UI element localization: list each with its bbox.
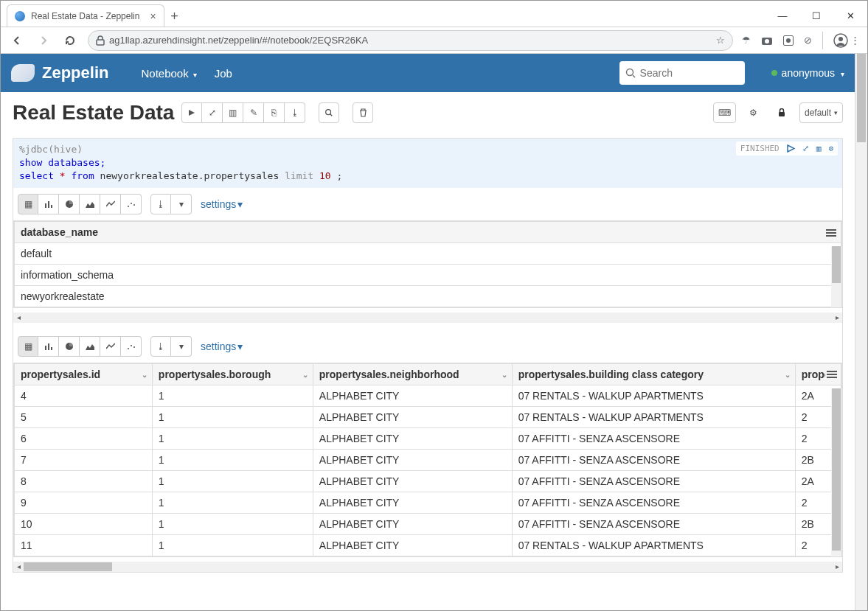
viz-bar-button[interactable] <box>38 336 59 357</box>
result-settings-link[interactable]: settings ▾ <box>201 198 243 210</box>
viz-pie-button[interactable] <box>59 194 80 214</box>
profile-icon[interactable] <box>833 33 848 48</box>
sort-icon[interactable]: ⌄ <box>142 370 147 378</box>
column-menu-button[interactable] <box>824 226 838 240</box>
column-header[interactable]: propertysales.borough⌄ <box>152 363 313 385</box>
svg-rect-11 <box>48 201 49 208</box>
table-horizontal-scrollbar[interactable]: ◂▸ <box>13 313 842 323</box>
svg-rect-9 <box>779 112 785 116</box>
sort-icon[interactable]: ⌄ <box>302 370 308 378</box>
search-box[interactable] <box>619 61 745 85</box>
run-paragraph-button[interactable] <box>787 144 795 153</box>
table-row[interactable]: 61ALPHABET CITY07 AFFITTI - SENZA ASCENS… <box>15 427 841 449</box>
download-button[interactable]: ⭳ <box>150 194 171 214</box>
app-header: Zeppelin Notebook Job <box>1 54 855 92</box>
star-icon[interactable]: ☆ <box>716 35 725 46</box>
show-hide-output-button[interactable]: ▥ <box>223 102 243 123</box>
app-logo[interactable]: Zeppelin <box>11 63 108 83</box>
export-button[interactable]: ⭳ <box>285 102 305 123</box>
column-header[interactable]: database_name ⌄ <box>15 221 841 242</box>
viz-line-button[interactable] <box>100 194 121 214</box>
table-row[interactable]: 81ALPHABET CITY07 AFFITTI - SENZA ASCENS… <box>15 470 841 492</box>
table-row[interactable]: 51ALPHABET CITY07 RENTALS - WALKUP APART… <box>15 406 841 427</box>
camera-icon[interactable] <box>761 35 773 46</box>
svg-point-7 <box>326 110 331 115</box>
clone-button[interactable]: ⎘ <box>264 102 285 123</box>
menu-icon[interactable]: ⋮ <box>850 35 860 46</box>
table-vertical-scrollbar[interactable] <box>831 388 841 556</box>
paragraph: FINISHED ⤢ ▥ ⚙ %jdbc(hive) show database… <box>13 138 843 573</box>
hide-editor-button[interactable]: ⤢ <box>802 143 809 154</box>
search-input[interactable] <box>640 67 739 79</box>
window-minimize-button[interactable]: — <box>765 4 799 27</box>
show-hide-code-button[interactable]: ⤢ <box>202 102 223 123</box>
svg-rect-19 <box>51 347 52 350</box>
viz-area-button[interactable] <box>80 336 100 357</box>
viz-line-button[interactable] <box>100 336 121 357</box>
viz-area-button[interactable] <box>80 194 100 214</box>
browser-tab[interactable]: Real Estate Data - Zeppelin × <box>7 4 164 27</box>
nav-notebook[interactable]: Notebook <box>141 67 196 80</box>
interpreter-binding-button[interactable]: ⚙ <box>743 102 764 123</box>
viz-pie-button[interactable] <box>59 336 80 357</box>
delete-notebook-button[interactable] <box>353 102 373 123</box>
table-row[interactable]: 111ALPHABET CITY07 RENTALS - WALKUP APAR… <box>15 534 841 556</box>
chevron-down-icon <box>839 67 844 79</box>
sort-icon[interactable]: ⌄ <box>785 370 791 378</box>
viz-table-button[interactable]: ▦ <box>18 336 38 357</box>
blocked-icon[interactable]: ⊘ <box>804 35 812 46</box>
window-close-button[interactable]: ✕ <box>833 4 867 27</box>
browser-titlebar: Real Estate Data - Zeppelin × + — ☐ ✕ <box>1 1 867 27</box>
reload-button[interactable] <box>61 32 79 49</box>
run-all-button[interactable] <box>181 102 202 123</box>
clear-output-button[interactable]: ✎ <box>243 102 264 123</box>
back-button[interactable] <box>8 32 26 49</box>
notebook-title[interactable]: Real Estate Data <box>13 101 174 125</box>
column-header[interactable]: propertysales.neighborhood⌄ <box>313 363 512 385</box>
lock-icon <box>96 35 105 46</box>
permissions-button[interactable] <box>771 102 792 123</box>
table-row[interactable]: 91ALPHABET CITY07 AFFITTI - SENZA ASCENS… <box>15 492 841 513</box>
keyboard-shortcuts-button[interactable]: ⌨ <box>713 102 736 123</box>
svg-rect-17 <box>45 346 46 350</box>
viz-scatter-button[interactable] <box>121 336 142 357</box>
nav-job[interactable]: Job <box>215 67 232 80</box>
table-row[interactable]: 101ALPHABET CITY07 AFFITTI - SENZA ASCEN… <box>15 513 841 534</box>
viz-table-button[interactable]: ▦ <box>18 194 38 214</box>
extension-icon[interactable]: ☂ <box>742 35 751 46</box>
svg-point-14 <box>128 206 129 207</box>
sort-icon[interactable]: ⌄ <box>501 370 507 378</box>
code-editor[interactable]: FINISHED ⤢ ▥ ⚙ %jdbc(hive) show database… <box>13 139 842 188</box>
viz-bar-button[interactable] <box>38 194 59 214</box>
tab-close-icon[interactable]: × <box>150 10 156 22</box>
record-icon[interactable] <box>783 35 794 46</box>
user-menu[interactable]: anonymous <box>771 67 844 79</box>
viz-scatter-button[interactable] <box>121 194 142 214</box>
result-settings-link[interactable]: settings ▾ <box>201 341 243 352</box>
search-code-button[interactable] <box>319 102 339 123</box>
hide-output-button[interactable]: ▥ <box>816 143 822 154</box>
table-row[interactable]: information_schema <box>15 264 841 285</box>
page-vertical-scrollbar[interactable] <box>855 54 867 610</box>
download-menu-button[interactable]: ▾ <box>171 194 192 214</box>
column-header[interactable]: propertysales.id⌄ <box>15 363 153 385</box>
paragraph-settings-button[interactable]: ⚙ <box>828 143 833 154</box>
table-vertical-scrollbar[interactable] <box>831 246 841 307</box>
address-bar[interactable]: ag1llap.azurehdinsight.net/zeppelin/#/no… <box>88 30 733 51</box>
download-menu-button[interactable]: ▾ <box>171 336 192 357</box>
window-maximize-button[interactable]: ☐ <box>799 4 833 27</box>
new-tab-button[interactable]: + <box>164 6 185 27</box>
result-table-propertysales: propertysales.id⌄propertysales.borough⌄p… <box>13 363 842 557</box>
table-row[interactable]: 41ALPHABET CITY07 RENTALS - WALKUP APART… <box>15 385 841 406</box>
table-row[interactable]: newyorkrealestate <box>15 285 841 307</box>
forward-button[interactable] <box>35 32 52 49</box>
column-header[interactable]: propertysales.building class category⌄ <box>512 363 795 385</box>
column-menu-button[interactable] <box>825 368 839 381</box>
mode-dropdown[interactable]: default▾ <box>799 102 843 123</box>
table-horizontal-scrollbar[interactable]: ◂▸ <box>13 562 842 572</box>
table-row[interactable]: default <box>15 242 841 264</box>
svg-rect-18 <box>48 343 49 350</box>
table-row[interactable]: 71ALPHABET CITY07 AFFITTI - SENZA ASCENS… <box>15 449 841 470</box>
download-button[interactable]: ⭳ <box>150 336 171 357</box>
zeppelin-logo-icon <box>11 64 35 82</box>
